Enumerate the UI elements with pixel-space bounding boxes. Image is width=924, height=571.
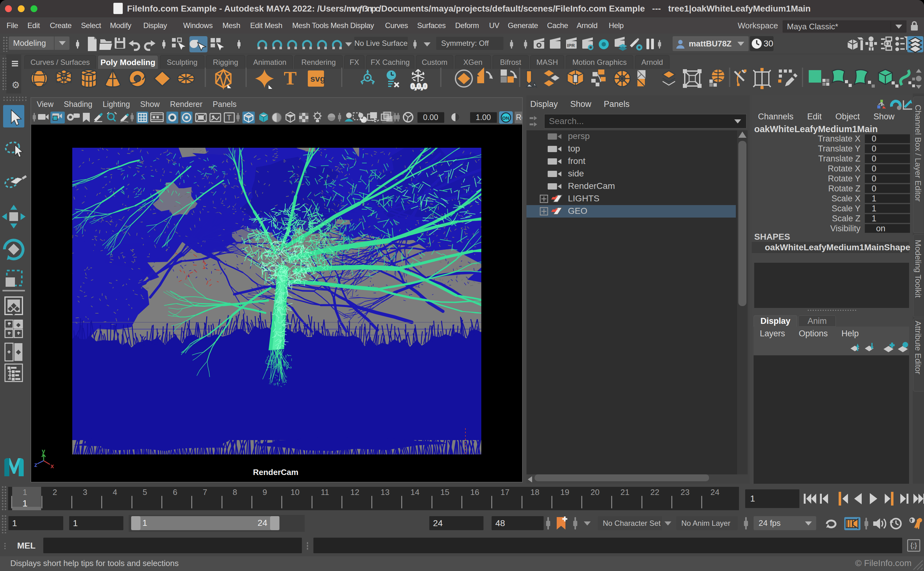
svg-text:IPR: IPR <box>567 43 575 48</box>
svg-text:x: x <box>51 463 54 469</box>
svg-text:persp: persp <box>568 131 590 141</box>
svg-text:top: top <box>568 144 580 153</box>
svg-text:GEO: GEO <box>568 206 587 216</box>
svg-text:ON: ON <box>502 115 509 120</box>
svg-text:svg: svg <box>310 74 325 83</box>
svg-text:LIGHTS: LIGHTS <box>568 194 599 203</box>
svg-text:RenderCam: RenderCam <box>568 181 615 191</box>
svg-text:y: y <box>42 449 46 454</box>
svg-text:side: side <box>568 169 584 178</box>
svg-text:0,0,0: 0,0,0 <box>411 82 427 90</box>
svg-text:T: T <box>227 113 231 122</box>
svg-text:z: z <box>34 461 37 468</box>
svg-text:Re: Re <box>516 113 522 122</box>
svg-text:0.00: 0.00 <box>423 113 438 122</box>
svg-text:1.00: 1.00 <box>476 113 491 122</box>
svg-text:T: T <box>284 67 297 88</box>
svg-text:front: front <box>568 156 585 166</box>
